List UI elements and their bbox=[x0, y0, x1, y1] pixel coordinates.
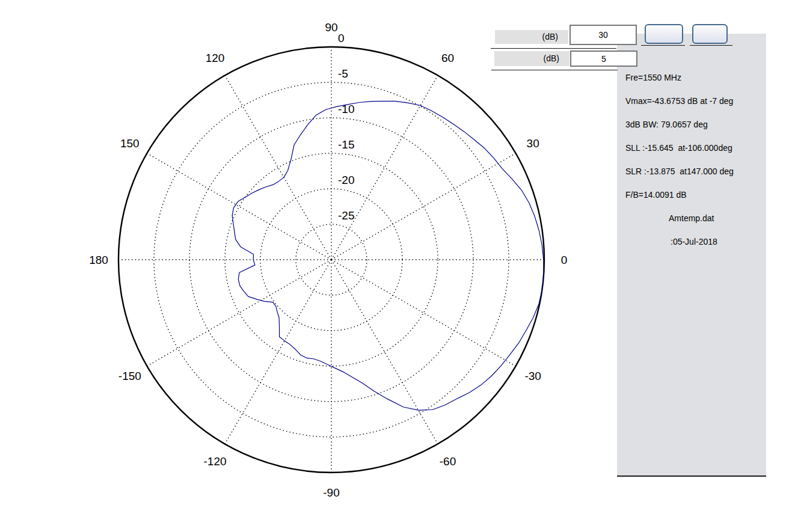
radial-tick-label: 0 bbox=[338, 32, 345, 44]
stat-sidelobe-right: SLR :-13.875 at147.000 deg bbox=[625, 160, 766, 183]
angle-tick-label: -90 bbox=[323, 486, 339, 499]
data-file-name: Amtemp.dat bbox=[669, 207, 766, 230]
scale-range-input[interactable] bbox=[569, 25, 637, 45]
action-button-1[interactable] bbox=[645, 24, 683, 44]
stat-3db-beamwidth: 3dB BW: 79.0657 deg bbox=[625, 113, 766, 136]
angle-tick-label: 120 bbox=[206, 52, 225, 64]
radial-tick-label: -25 bbox=[338, 209, 354, 222]
divider-line bbox=[491, 48, 616, 49]
angle-tick-label: 0 bbox=[561, 254, 568, 266]
angle-tick-label: 90 bbox=[325, 21, 337, 34]
results-text-block: Fre=1550 MHz Vmax=-43.6753 dB at -7 deg … bbox=[617, 34, 766, 254]
stat-vmax: Vmax=-43.6753 dB at -7 deg bbox=[625, 90, 766, 113]
angle-tick-label: 30 bbox=[527, 137, 539, 150]
divider-line bbox=[491, 70, 618, 70]
radial-tick-label: -5 bbox=[338, 67, 348, 80]
angle-tick-label: 60 bbox=[441, 52, 454, 64]
stat-frequency: Fre=1550 MHz bbox=[625, 66, 766, 90]
polar-spoke bbox=[147, 153, 331, 260]
angle-tick-label: -60 bbox=[440, 455, 456, 468]
stat-sidelobe-left: SLL :-15.645 at-106.000deg bbox=[625, 136, 766, 160]
radial-tick-label: -15 bbox=[338, 138, 354, 151]
pattern-trace bbox=[232, 101, 544, 410]
measurement-date: :05-Jul-2018 bbox=[671, 230, 766, 254]
divider-line bbox=[641, 45, 685, 46]
angle-tick-label: -150 bbox=[118, 370, 141, 382]
polar-spoke bbox=[225, 75, 331, 260]
results-panel: Fre=1550 MHz Vmax=-43.6753 dB at -7 deg … bbox=[617, 34, 766, 477]
angle-tick-label: -30 bbox=[524, 370, 541, 382]
scale-step-label: (dB) bbox=[494, 51, 569, 66]
app-window: 0306090120150180-150-120-90-60-300-5-10-… bbox=[0, 0, 789, 532]
stat-front-to-back: F/B=14.0091 dB bbox=[625, 183, 766, 207]
polar-spoke bbox=[331, 260, 516, 366]
polar-spoke bbox=[331, 153, 516, 260]
angle-tick-label: -120 bbox=[203, 455, 226, 468]
divider-line bbox=[690, 45, 732, 46]
scale-range-label: (dB) bbox=[495, 30, 568, 44]
action-button-2[interactable] bbox=[692, 24, 728, 44]
angle-tick-label: 150 bbox=[120, 137, 140, 150]
radial-tick-label: -20 bbox=[338, 174, 354, 186]
angle-tick-label: 180 bbox=[89, 254, 108, 266]
scale-step-input[interactable] bbox=[570, 50, 637, 67]
